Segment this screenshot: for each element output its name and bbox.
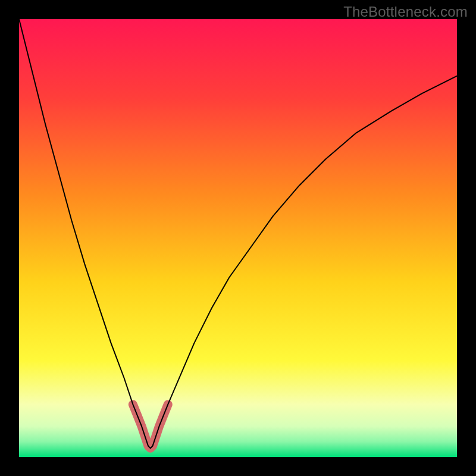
watermark: TheBottleneck.com — [343, 4, 468, 20]
outer-frame: TheBottleneck.com — [0, 0, 476, 476]
curve-line — [19, 19, 457, 448]
plot-area — [19, 19, 457, 457]
highlight-band — [133, 405, 168, 449]
bottleneck-curve — [19, 19, 457, 457]
